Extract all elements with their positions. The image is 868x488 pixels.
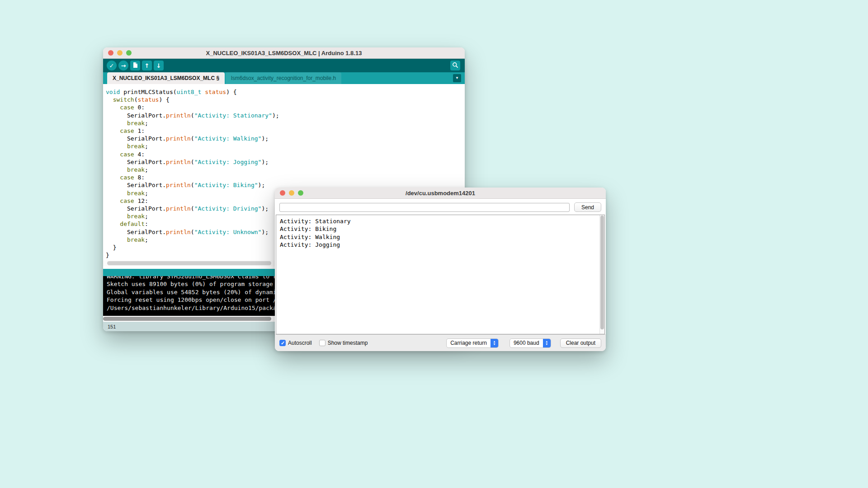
serial-monitor-button[interactable] xyxy=(450,61,460,70)
line-ending-value: Carriage return xyxy=(447,339,491,347)
send-row: Send xyxy=(275,199,606,215)
check-icon: ✓ xyxy=(109,63,114,69)
tab-label: X_NUCLEO_IKS01A3_LSM6DSOX_MLC § xyxy=(113,75,219,81)
baud-value: 9600 baud xyxy=(510,339,543,347)
tab-header-file[interactable]: lsm6dsox_activity_recognition_for_mobile… xyxy=(226,72,341,84)
serial-window-title: /dev/cu.usbmodem14201 xyxy=(275,190,606,197)
line-number: 151 xyxy=(108,324,116,329)
serial-output: Activity: StationaryActivity: BikingActi… xyxy=(276,215,604,251)
tab-menu-button[interactable]: ▼ xyxy=(453,74,461,82)
zoom-button[interactable] xyxy=(126,50,132,56)
close-button[interactable] xyxy=(280,190,285,196)
send-button[interactable]: Send xyxy=(574,202,601,212)
serial-scrollbar[interactable] xyxy=(599,215,604,334)
ide-window-title: X_NUCLEO_IKS01A3_LSM6DSOX_MLC | Arduino … xyxy=(103,50,465,56)
show-timestamp-checkbox[interactable] xyxy=(319,340,326,346)
stepper-icon xyxy=(543,339,551,347)
stepper-icon xyxy=(491,339,498,347)
document-icon xyxy=(133,62,138,70)
verify-button[interactable]: ✓ xyxy=(107,61,117,70)
serial-titlebar[interactable]: /dev/cu.usbmodem14201 xyxy=(275,188,606,199)
arrow-down-icon: ↓ xyxy=(156,63,161,69)
show-timestamp-label: Show timestamp xyxy=(328,340,368,346)
open-button[interactable]: ↑ xyxy=(142,61,152,70)
arrow-up-icon: ↑ xyxy=(145,63,150,69)
autoscroll-label: Autoscroll xyxy=(288,340,312,346)
desktop: X_NUCLEO_IKS01A3_LSM6DSOX_MLC | Arduino … xyxy=(0,0,868,488)
magnifier-icon xyxy=(452,62,458,70)
ide-toolbar: ✓ → ↑ ↓ xyxy=(103,59,465,72)
arrow-right-icon: → xyxy=(121,63,126,69)
ide-titlebar[interactable]: X_NUCLEO_IKS01A3_LSM6DSOX_MLC | Arduino … xyxy=(103,47,465,59)
chevron-down-icon: ▼ xyxy=(455,76,459,80)
serial-scrollbar-thumb[interactable] xyxy=(600,216,604,329)
serial-monitor-window: /dev/cu.usbmodem14201 Send Activity: Sta… xyxy=(275,188,606,351)
minimize-button[interactable] xyxy=(117,50,123,56)
autoscroll-checkbox[interactable] xyxy=(279,340,286,346)
save-button[interactable]: ↓ xyxy=(154,61,164,70)
editor-hscrollbar-thumb[interactable] xyxy=(107,261,271,265)
upload-button[interactable]: → xyxy=(118,61,128,70)
close-button[interactable] xyxy=(108,50,113,56)
baud-select[interactable]: 9600 baud xyxy=(509,338,551,348)
serial-input[interactable] xyxy=(279,203,570,212)
zoom-button[interactable] xyxy=(298,190,303,196)
line-ending-select[interactable]: Carriage return xyxy=(446,338,499,348)
minimize-button[interactable] xyxy=(289,190,294,196)
console-hscrollbar-thumb[interactable] xyxy=(103,317,271,321)
serial-bottombar: Autoscroll Show timestamp Carriage retur… xyxy=(275,334,606,351)
serial-output-area[interactable]: Activity: StationaryActivity: BikingActi… xyxy=(276,215,605,334)
clear-output-button[interactable]: Clear output xyxy=(560,338,601,348)
tab-strip: X_NUCLEO_IKS01A3_LSM6DSOX_MLC § lsm6dsox… xyxy=(103,72,465,84)
tab-label: lsm6dsox_activity_recognition_for_mobile… xyxy=(231,75,336,81)
new-sketch-button[interactable] xyxy=(130,61,140,70)
tab-main-sketch[interactable]: X_NUCLEO_IKS01A3_LSM6DSOX_MLC § xyxy=(107,72,225,84)
